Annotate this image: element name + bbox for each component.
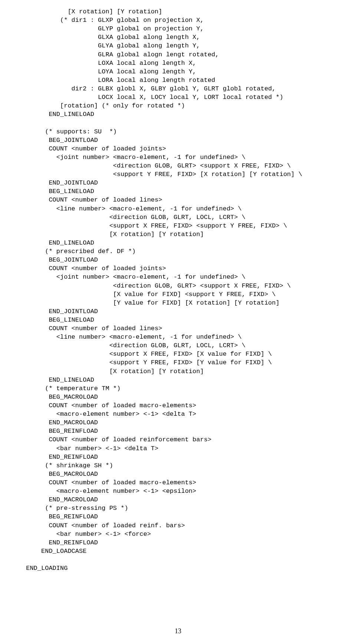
code-block: [X rotation] [Y rotation] (* dir1 : GLXP… xyxy=(22,7,334,572)
document-page: [X rotation] [Y rotation] (* dir1 : GLXP… xyxy=(0,0,356,644)
page-number: 13 xyxy=(0,627,356,635)
